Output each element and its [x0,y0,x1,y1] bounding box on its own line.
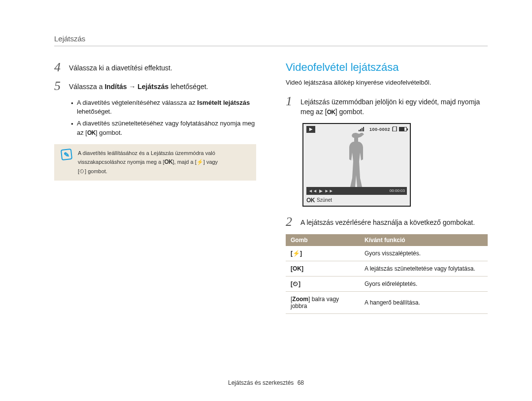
bullet-item: A diavetítés végtelenítéséhez válassza a… [71,98,256,116]
page-number: 68 [298,379,304,386]
step-number: 1 [286,95,295,117]
text: meg az [ [300,108,327,116]
text: ] gombot. [335,108,364,116]
svg-rect-0 [359,130,360,131]
step-number: 2 [286,216,295,228]
function-cell: A hangerő beállítása. [360,291,488,313]
rewind-icon: ◄◄ [308,188,317,193]
function-cell: Gyors visszaléptetés. [360,246,488,261]
video-time: 00:00:03 [390,188,405,193]
left-column: 4 Válassza ki a diavetítési effektust. 5… [54,61,256,314]
text: ] gombot. [85,168,107,174]
video-control-bar: ◄◄ ▶ ►► 00:00:03 [306,187,407,195]
video-thumbnail: ▶ 100-0002 [302,123,411,207]
ok-icon: OK [327,109,335,116]
sub-bullets: A diavetítés végtelenítéséhez válassza a… [71,98,256,137]
play-icon: ▶ [319,188,323,193]
step-5: 5 Válassza a Indítás → Lejátszás lehetős… [54,80,256,93]
text: ] vagy [203,159,218,165]
ok-icon: OK [164,158,172,165]
ok-icon: OK [87,129,96,136]
function-cell: Gyors előreléptetés. [360,276,488,291]
video-top-bar: ▶ 100-0002 [306,126,407,133]
hint-label: Szünet [317,197,332,203]
svg-rect-1 [360,129,361,131]
folder-count: 100-0002 [369,127,390,132]
text: meg az [OK] gombot. [300,107,480,117]
button-cell: [OK] [286,261,360,276]
text: visszakapcsoláshoz nyomja meg a [ [78,159,164,165]
table-row: [⚡] Gyors visszaléptetés. [286,246,488,261]
right-column: Videofelvétel lejátszása Videó lejátszás… [286,61,488,314]
page-footer: Lejátszás és szerkesztés 68 [0,379,532,386]
signal-icon [359,126,367,132]
playback-buttons: ◄◄ ▶ ►► [308,188,333,193]
step-text: Válassza a Indítás → Lejátszás lehetőség… [69,80,208,93]
forward-icon: ►► [325,188,333,193]
text: lehetőséget. [168,83,208,91]
svg-rect-3 [363,127,364,131]
person-silhouette [339,133,374,189]
note-icon: ✎ [61,149,72,160]
text: Lejátszás üzemmódban jelöljön ki egy vid… [300,97,480,107]
columns: 4 Válassza ki a diavetítési effektust. 5… [54,61,488,314]
table-header-function: Kívánt funkció [360,234,488,246]
flash-icon: ⚡ [197,159,203,165]
table-row: [OK] A lejátszás szüneteltetése vagy fol… [286,261,488,276]
text-bold: Indítás → Lejátszás [104,83,168,91]
function-cell: A lejátszás szüneteltetése vagy folytatá… [360,261,488,276]
video-top-right: 100-0002 [359,126,407,132]
text-bold: Ismételt lejátszás [197,99,250,106]
page-header: Lejátszás [54,34,488,46]
svg-rect-2 [362,128,363,131]
table-header-button: Gomb [286,234,360,246]
ok-icon: OK [306,197,315,204]
step-4: 4 Válassza ki a diavetítési effektust. [54,61,256,74]
step-2: 2 A lejátszás vezérlésére használja a kö… [286,216,488,228]
step-number: 4 [54,61,63,74]
note-line: [⏲] gombot. [78,167,218,176]
text: ], majd a [ [172,159,196,165]
button-cell: [Zoom] balra vagy jobbra [286,291,360,313]
text: Válassza a [69,83,104,91]
footer-text: Lejátszás és szerkesztés [228,379,294,386]
table-row: [Zoom] balra vagy jobbra A hangerő beáll… [286,291,488,313]
note-box: ✎ A diavetítés leállításához és a Lejáts… [54,144,256,181]
note-line: visszakapcsoláshoz nyomja meg a [OK], ma… [78,157,218,167]
step-number: 5 [54,80,63,93]
button-cell: [⚡] [286,246,360,261]
folder-count-text: 100-0002 [369,127,390,132]
battery-icon [399,127,407,131]
section-title: Videofelvétel lejátszása [286,61,488,74]
step-text: A lejátszás vezérlésére használja a köve… [300,216,475,228]
text-bold: Zoom [292,296,308,303]
note-text: A diavetítés leállításához és a Lejátszá… [78,149,218,176]
note-line: A diavetítés leállításához és a Lejátszá… [78,149,218,158]
page: Lejátszás 4 Válassza ki a diavetítési ef… [0,0,532,401]
bullet-item: A diavetítés szüneteltetéséhez vagy foly… [71,119,256,137]
memory-card-icon [392,126,397,132]
play-badge-icon: ▶ [306,126,315,133]
timer-icon: ⏲ [79,168,85,174]
controls-table: Gomb Kívánt funkció [⚡] Gyors visszalépt… [286,234,488,314]
button-cell: [⏲] [286,276,360,291]
step-text: Válassza ki a diavetítési effektust. [69,61,172,74]
section-intro: Videó lejátszása állókép kinyerése video… [286,79,488,86]
table-row: [⏲] Gyors előreléptetés. [286,276,488,291]
step-1: 1 Lejátszás üzemmódban jelöljön ki egy v… [286,95,488,117]
text: ] gombot. [96,129,122,136]
text: A diavetítés végtelenítéséhez válassza a… [77,99,197,106]
text: lehetőséget. [77,108,112,115]
step-text: Lejátszás üzemmódban jelöljön ki egy vid… [300,95,480,117]
video-bottom-hint: OK Szünet [306,197,332,204]
